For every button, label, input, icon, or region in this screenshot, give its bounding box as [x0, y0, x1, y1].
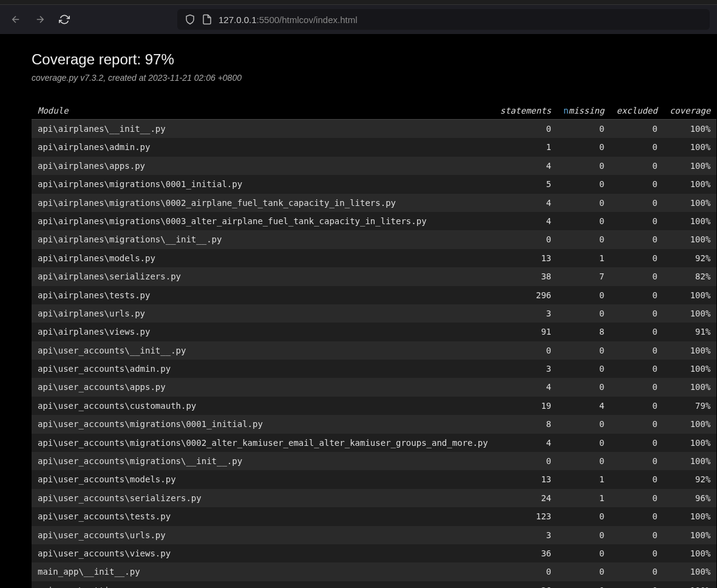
missing-cell: 0 [557, 562, 610, 581]
module-cell[interactable]: api\airplanes\admin.py [32, 138, 494, 156]
coverage-table: Module statements nmissing excluded cove… [32, 102, 716, 588]
excluded-cell: 0 [610, 434, 663, 452]
statements-cell: 8 [494, 415, 557, 433]
module-cell[interactable]: api\user_accounts\customauth.py [32, 397, 494, 415]
statements-cell: 1 [494, 138, 557, 156]
shield-icon [185, 14, 195, 25]
module-cell[interactable]: api\airplanes\migrations\0001_initial.py [32, 175, 494, 193]
statements-cell: 4 [494, 378, 557, 396]
missing-cell: 0 [557, 434, 610, 452]
browser-toolbar: 127.0.0.1:5500/htmlcov/index.html [0, 5, 717, 34]
table-row: api\user_accounts\admin.py300100% [32, 360, 716, 378]
forward-button[interactable] [32, 11, 49, 28]
coverage-cell: 100% [664, 378, 716, 396]
coverage-cell: 100% [664, 452, 716, 470]
missing-cell: 1 [557, 489, 610, 507]
excluded-cell: 0 [610, 507, 663, 525]
module-cell[interactable]: api\airplanes\urls.py [32, 304, 494, 323]
coverage-cell: 100% [664, 286, 716, 304]
module-cell[interactable]: api\airplanes\migrations\0002_airplane_f… [32, 194, 494, 212]
page-subtitle: coverage.py v7.3.2, created at 2023-11-2… [32, 73, 685, 83]
coverage-cell: 82% [664, 267, 716, 285]
excluded-cell: 0 [610, 212, 663, 230]
coverage-cell: 91% [664, 323, 716, 341]
excluded-cell: 0 [610, 415, 663, 433]
statements-cell: 3 [494, 304, 557, 323]
module-cell[interactable]: api\user_accounts\migrations\0001_initia… [32, 415, 494, 433]
missing-cell: 8 [557, 323, 610, 341]
module-cell[interactable]: api\airplanes\migrations\__init__.py [32, 230, 494, 248]
table-row: api\airplanes\tests.py29600100% [32, 286, 716, 304]
coverage-cell: 100% [664, 194, 716, 212]
module-cell[interactable]: api\airplanes\migrations\0003_alter_airp… [32, 212, 494, 230]
table-row: api\user_accounts\serializers.py241096% [32, 489, 716, 507]
module-cell[interactable]: api\airplanes\serializers.py [32, 267, 494, 285]
statements-cell: 0 [494, 562, 557, 581]
module-cell[interactable]: main_app\__init__.py [32, 562, 494, 581]
module-cell[interactable]: api\user_accounts\models.py [32, 470, 494, 488]
back-button[interactable] [7, 11, 24, 28]
module-cell[interactable]: api\airplanes\apps.py [32, 157, 494, 175]
statements-cell: 5 [494, 175, 557, 193]
missing-cell: 0 [557, 360, 610, 378]
missing-cell: 0 [557, 581, 610, 588]
excluded-cell: 0 [610, 544, 663, 562]
module-cell[interactable]: api\airplanes\__init__.py [32, 120, 494, 138]
table-row: main_app\settings.py2600100% [32, 581, 716, 588]
col-statements[interactable]: statements [494, 102, 557, 120]
missing-cell: 0 [557, 452, 610, 470]
statements-cell: 13 [494, 470, 557, 488]
excluded-cell: 0 [610, 397, 663, 415]
coverage-cell: 100% [664, 434, 716, 452]
module-cell[interactable]: api\user_accounts\urls.py [32, 526, 494, 544]
module-cell[interactable]: api\airplanes\views.py [32, 323, 494, 341]
excluded-cell: 0 [610, 175, 663, 193]
missing-cell: 1 [557, 249, 610, 267]
col-excluded[interactable]: excluded [610, 102, 663, 120]
col-missing[interactable]: nmissing [557, 102, 610, 120]
missing-cell: 4 [557, 397, 610, 415]
module-cell[interactable]: api\user_accounts\apps.py [32, 378, 494, 396]
missing-cell: 0 [557, 378, 610, 396]
col-module[interactable]: Module [32, 102, 494, 120]
statements-cell: 91 [494, 323, 557, 341]
module-cell[interactable]: main_app\settings.py [32, 581, 494, 588]
url-text: 127.0.0.1:5500/htmlcov/index.html [219, 15, 357, 25]
module-cell[interactable]: api\user_accounts\__init__.py [32, 341, 494, 360]
module-cell[interactable]: api\user_accounts\migrations\0002_alter_… [32, 434, 494, 452]
missing-cell: 0 [557, 175, 610, 193]
missing-cell: 0 [557, 230, 610, 248]
statements-cell: 0 [494, 341, 557, 360]
reload-button[interactable] [56, 11, 73, 28]
excluded-cell: 0 [610, 120, 663, 138]
table-row: api\airplanes\migrations\0003_alter_airp… [32, 212, 716, 230]
arrow-right-icon [35, 14, 46, 25]
excluded-cell: 0 [610, 267, 663, 285]
module-cell[interactable]: api\user_accounts\migrations\__init__.py [32, 452, 494, 470]
table-row: api\airplanes\apps.py400100% [32, 157, 716, 175]
statements-cell: 4 [494, 194, 557, 212]
table-row: main_app\__init__.py000100% [32, 562, 716, 581]
module-cell[interactable]: api\user_accounts\serializers.py [32, 489, 494, 507]
module-cell[interactable]: api\airplanes\models.py [32, 249, 494, 267]
url-rest: :5500/htmlcov/index.html [257, 15, 358, 25]
arrow-left-icon [10, 14, 21, 25]
table-row: api\user_accounts\apps.py400100% [32, 378, 716, 396]
col-coverage[interactable]: coverage [664, 102, 716, 120]
table-row: api\user_accounts\tests.py12300100% [32, 507, 716, 525]
excluded-cell: 0 [610, 194, 663, 212]
coverage-cell: 92% [664, 249, 716, 267]
excluded-cell: 0 [610, 489, 663, 507]
excluded-cell: 0 [610, 138, 663, 156]
module-cell[interactable]: api\user_accounts\admin.py [32, 360, 494, 378]
coverage-cell: 100% [664, 138, 716, 156]
module-cell[interactable]: api\user_accounts\tests.py [32, 507, 494, 525]
document-icon [202, 14, 212, 25]
module-cell[interactable]: api\airplanes\tests.py [32, 286, 494, 304]
module-cell[interactable]: api\user_accounts\views.py [32, 544, 494, 562]
statements-cell: 123 [494, 507, 557, 525]
statements-cell: 19 [494, 397, 557, 415]
table-row: api\airplanes\views.py918091% [32, 323, 716, 341]
url-bar[interactable]: 127.0.0.1:5500/htmlcov/index.html [177, 9, 710, 30]
coverage-cell: 100% [664, 415, 716, 433]
